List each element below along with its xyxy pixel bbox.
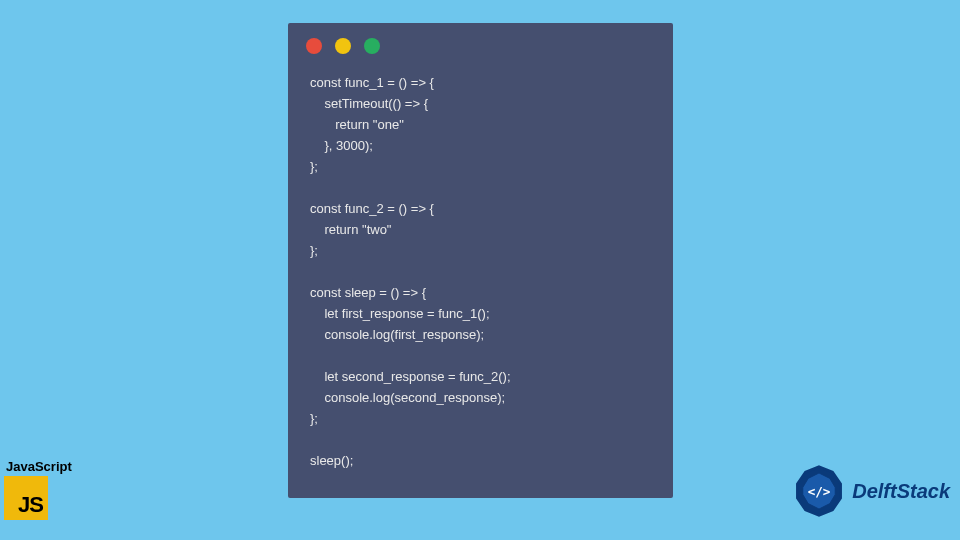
javascript-badge: JavaScript JS xyxy=(4,459,72,520)
code-window: const func_1 = () => { setTimeout(() => … xyxy=(288,23,673,498)
traffic-light-close-icon xyxy=(306,38,322,54)
window-title-bar xyxy=(288,23,673,64)
javascript-icon: JS xyxy=(4,476,48,520)
delftstack-logo-icon: </> xyxy=(792,464,846,518)
delftstack-badge: </> DelftStack xyxy=(792,464,950,518)
traffic-light-minimize-icon xyxy=(335,38,351,54)
javascript-icon-text: JS xyxy=(18,492,43,518)
javascript-label: JavaScript xyxy=(6,459,72,474)
svg-text:</>: </> xyxy=(808,484,831,499)
code-block: const func_1 = () => { setTimeout(() => … xyxy=(288,64,673,479)
delftstack-text: DelftStack xyxy=(852,480,950,503)
traffic-light-maximize-icon xyxy=(364,38,380,54)
